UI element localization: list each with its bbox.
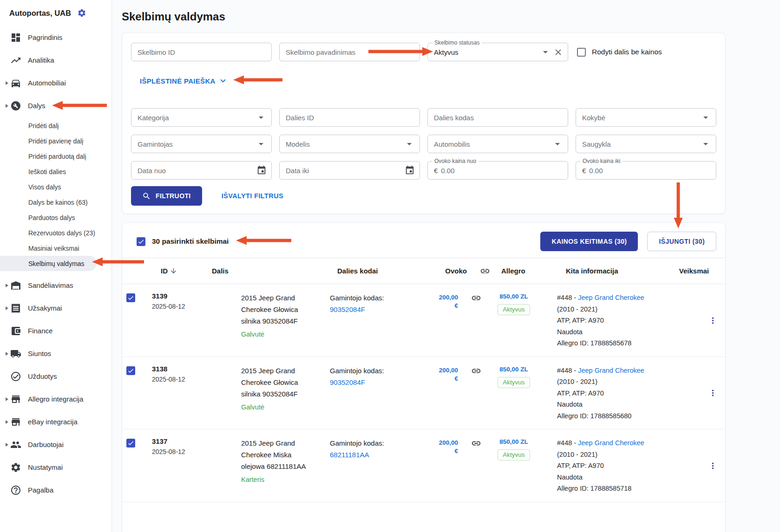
row-checkbox[interactable] [126, 293, 135, 302]
ovoko-kaina-iki-input[interactable]: Ovoko kaina iki € 0.00 [576, 161, 716, 180]
ovoko-price: 200,00 € [439, 367, 458, 382]
kokybe-select[interactable]: Kokybė [576, 108, 716, 127]
sidebar-subitem-prideti-paviene-dali[interactable]: Pridėti pavienę dalį [0, 133, 111, 149]
expand-triangle-icon [6, 443, 8, 447]
row-actions-menu[interactable] [708, 316, 718, 325]
skelbimo-pavadinimas-input[interactable] [279, 43, 420, 61]
modelis-select[interactable]: Modelis [279, 135, 420, 153]
sidebar-subitem-parduotos-dalys[interactable]: Parduotos dalys [0, 210, 111, 225]
part-title: 2015 Jeep Grand Cherokee Głowica silnika… [241, 292, 312, 327]
column-allegro: Allegro [495, 267, 550, 275]
dashboard-icon [10, 32, 21, 43]
sidebar-subitem-visos-dalys[interactable]: Visos dalys [0, 179, 111, 195]
sidebar-item-ebay-integracija[interactable]: eBay integracija [0, 410, 111, 433]
filter-button[interactable]: FILTRUOTI [131, 186, 202, 206]
row-actions-menu[interactable] [708, 461, 718, 471]
part-code-link[interactable]: 68211181AA [330, 451, 369, 459]
row-actions-menu[interactable] [708, 388, 718, 398]
search-icon [142, 192, 151, 201]
calendar-icon[interactable] [256, 165, 267, 175]
sidebar-item-pagalba[interactable]: Pagalba [0, 479, 111, 501]
rodyti-dalis-checkbox[interactable]: Rodyti dalis be kainos [576, 43, 716, 61]
row-id: 3138 [144, 365, 189, 373]
table-row: 3137 2025-08-12 2015 Jeep Grand Cherokee… [122, 429, 725, 502]
sidebar-subitem-masiniai-veiksmai[interactable]: Masiniai veiksmai [0, 240, 111, 256]
other-info: #448 - Jeep Grand Cherokee (2010 - 2021)… [541, 365, 657, 422]
kategorija-select[interactable]: Kategorija [131, 108, 272, 127]
data-nuo-input[interactable] [131, 161, 272, 180]
sidebar-item-siuntos[interactable]: Siuntos [0, 342, 111, 365]
vehicle-link[interactable]: Jeep Grand Cherokee [578, 294, 644, 301]
vehicle-link[interactable]: Jeep Grand Cherokee [578, 367, 644, 374]
app-root: Autoportas, UAB Pagrindinis Analitika Au… [0, 0, 780, 532]
allegro-price: 850,00 ZL [486, 438, 541, 445]
dalys-submenu: Pridėti dalį Pridėti pavienę dalį Pridėt… [0, 118, 111, 271]
link-icon[interactable] [471, 293, 481, 303]
disable-button[interactable]: IŠJUNGTI (30) [647, 232, 716, 251]
advanced-search-toggle[interactable]: IŠPLĖSTINĖ PAIEŠKA [140, 76, 228, 86]
sidebar-item-finance[interactable]: Finance [0, 319, 111, 342]
column-id[interactable]: ID [153, 267, 198, 275]
allegro-store-icon [10, 394, 21, 405]
sidebar-item-dalys[interactable]: Dalys [0, 94, 111, 117]
dalies-id-input[interactable] [279, 108, 420, 127]
orders-icon [10, 303, 21, 314]
ovoko-kaina-nuo-input[interactable]: Ovoko kaina nuo € 0.00 [427, 161, 568, 180]
sidebar-item-nustatymai[interactable]: Nustatymai [0, 456, 111, 479]
sidebar-item-automobiliai[interactable]: Automobiliai [0, 71, 111, 94]
chevron-down-icon [218, 76, 228, 86]
gamintojas-select[interactable]: Gamintojas [131, 135, 272, 153]
status-badge: Aktyvus [498, 449, 530, 461]
saugykla-select[interactable]: Saugykla [576, 135, 716, 153]
expand-triangle-icon [6, 306, 8, 310]
dropdown-arrow-icon[interactable] [540, 46, 551, 58]
skelbimo-statusas-select[interactable]: Skelbimo statusas Aktyvus [427, 43, 568, 61]
company-name: Autoportas, UAB [9, 9, 71, 18]
other-info: #448 - Jeep Grand Cherokee (2010 - 2021)… [541, 292, 657, 349]
sidebar-subitem-prideti-dali[interactable]: Pridėti dalį [0, 118, 111, 133]
select-all-checkbox[interactable] [137, 237, 145, 246]
row-checkbox[interactable] [126, 439, 135, 448]
skelbimo-id-input[interactable] [131, 43, 272, 61]
link-icon[interactable] [471, 438, 481, 448]
sort-descending-icon[interactable] [170, 267, 177, 275]
sidebar-item-pagrindinis[interactable]: Pagrindinis [0, 26, 111, 49]
sidebar-subitem-dalys-be-kainos[interactable]: Dalys be kainos (63) [0, 195, 111, 210]
sidebar-item-darbuotojai[interactable]: Darbuotojai [0, 433, 111, 456]
company-settings-icon[interactable] [77, 8, 86, 18]
dropdown-arrow-icon [700, 138, 711, 149]
part-code-link[interactable]: 90352084F [330, 378, 365, 386]
data-iki-input[interactable] [279, 161, 420, 180]
column-dalis: Dalis [198, 267, 337, 275]
dalies-kodas-input[interactable] [427, 108, 568, 127]
part-code-link[interactable]: 90352084F [330, 305, 365, 313]
analytics-icon [10, 55, 21, 66]
sidebar-subitem-prideti-parduota-dali[interactable]: Pridėti parduotą dalį [0, 149, 111, 164]
selected-count-text: 30 pasirinkti skelbimai [152, 237, 229, 246]
car-icon [10, 78, 21, 89]
status-badge: Aktyvus [498, 304, 530, 315]
sidebar-item-uzsakymai[interactable]: Užsakymai [0, 297, 111, 319]
automobilis-select[interactable]: Automobilis [427, 135, 568, 153]
sidebar-item-sandeliavimas[interactable]: Sandėliavimas [0, 274, 111, 297]
clear-filters-button[interactable]: IŠVALYTI FILTRUS [222, 192, 283, 200]
sidebar-subitem-rezervuotos-dalys[interactable]: Rezervuotos dalys (23) [0, 225, 111, 240]
sidebar-item-uzduotys[interactable]: Užduotys [0, 365, 111, 388]
row-checkbox[interactable] [126, 366, 135, 375]
sidebar-item-allegro-integracija[interactable]: Allegro integracija [0, 388, 111, 410]
price-change-button[interactable]: KAINOS KEITIMAS (30) [540, 232, 638, 251]
part-title: 2015 Jeep Grand Cherokee Głowica silnika… [241, 365, 312, 400]
clear-status-icon[interactable] [553, 47, 563, 57]
calendar-icon[interactable] [405, 165, 415, 175]
vehicle-link[interactable]: Jeep Grand Cherokee [578, 439, 644, 447]
sidebar-nav: Pagrindinis Analitika Automobiliai Dalys… [0, 26, 111, 501]
part-category: Galvutė [241, 331, 328, 338]
other-info: #448 - Jeep Grand Cherokee (2010 - 2021)… [541, 437, 657, 494]
link-icon[interactable] [471, 366, 481, 376]
dropdown-arrow-icon [256, 138, 267, 149]
sidebar-item-analitika[interactable]: Analitika [0, 49, 111, 71]
table-row: 3139 2025-08-12 2015 Jeep Grand Cherokee… [122, 284, 725, 357]
help-icon [10, 485, 21, 496]
sidebar-subitem-skelbimu-valdymas[interactable]: Skelbimų valdymas [0, 256, 97, 271]
sidebar-subitem-ieskoti-dalies[interactable]: Ieškoti dalies [0, 164, 111, 179]
